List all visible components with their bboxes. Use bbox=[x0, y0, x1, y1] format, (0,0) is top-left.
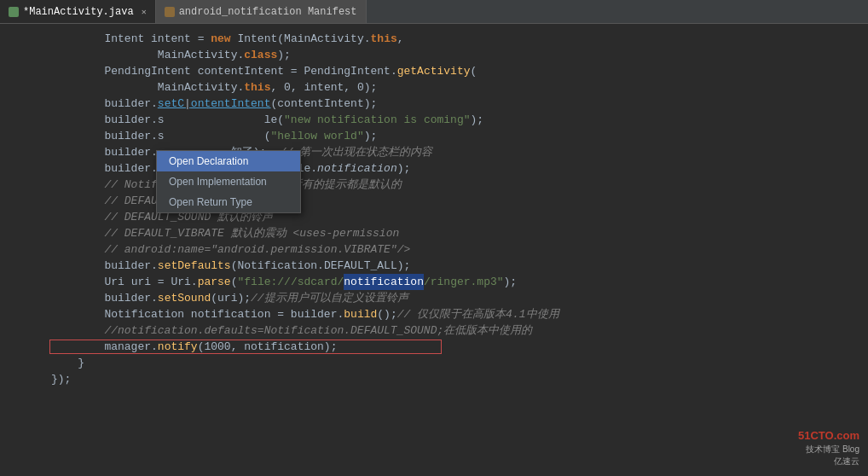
code-line-4: MainActivity.this, 0, intent, 0); bbox=[0, 79, 868, 96]
watermark: 51CTO.com 技术博宝 Blog 亿速云 bbox=[798, 428, 859, 467]
java-file-icon bbox=[9, 7, 19, 17]
code-line-5: builder.setC|ontentIntent(contentIntent)… bbox=[0, 96, 868, 112]
code-editor: Intent intent = new Intent(MainActivity.… bbox=[0, 24, 868, 476]
tab-close-icon[interactable]: ✕ bbox=[142, 7, 147, 17]
watermark-site: 51CTO.com bbox=[798, 428, 859, 444]
code-line-15: builder.setDefaults(Notification.DEFAULT… bbox=[0, 258, 868, 274]
context-menu-item-open-implementation[interactable]: Open Implementation bbox=[157, 171, 300, 192]
code-line-10: // Notification.DEFAULT_ALL 所有的提示都是默认的 bbox=[0, 177, 868, 193]
tab-manifest[interactable]: android_notification Manifest bbox=[156, 0, 367, 23]
code-line-22: }); bbox=[0, 371, 868, 387]
code-line-14: // android:name="android.permission.VIBR… bbox=[0, 241, 868, 258]
context-menu[interactable]: Open Declaration Open Implementation Ope… bbox=[156, 150, 301, 213]
tab-manifest-label: android_notification Manifest bbox=[179, 6, 357, 18]
tab-bar: *MainActivity.java ✕ android_notificatio… bbox=[0, 0, 868, 24]
context-menu-item-open-return-type[interactable]: Open Return Type bbox=[157, 192, 300, 212]
code-line-17: builder.setSound(uri);//提示用户可以自定义设置铃声 bbox=[0, 290, 868, 306]
manifest-file-icon bbox=[165, 7, 175, 17]
code-line-9: builder.setSmallIcon(R.drawable.notifica… bbox=[0, 160, 868, 177]
tab-main-activity[interactable]: *MainActivity.java ✕ bbox=[0, 0, 156, 23]
watermark-line1: 技术博宝 Blog bbox=[798, 444, 859, 456]
code-line-1: Intent intent = new Intent(MainActivity.… bbox=[0, 31, 868, 47]
code-line-16: Uri uri = Uri.parse("file:///sdcard/noti… bbox=[0, 274, 868, 290]
watermark-line2: 亿速云 bbox=[798, 456, 859, 467]
tab-main-activity-label: *MainActivity.java bbox=[23, 6, 134, 18]
code-line-7: builder.s ("hellow world"); bbox=[0, 128, 868, 144]
code-line-13: // DEFAULT_VIBRATE 默认的震动 <uses-permissio… bbox=[0, 225, 868, 241]
code-line-2: MainActivity.class); bbox=[0, 47, 868, 63]
code-line-3: PendingIntent contentIntent = PendingInt… bbox=[0, 63, 868, 79]
context-menu-item-open-declaration[interactable]: Open Declaration bbox=[157, 151, 300, 171]
code-line-21: } bbox=[0, 355, 868, 371]
code-line-6: builder.s le("new notification is coming… bbox=[0, 112, 868, 128]
code-line-18: Notification notification = builder.buil… bbox=[0, 306, 868, 322]
code-line-11: // DEFAULT_LIGHTS 默认闪光 bbox=[0, 193, 868, 209]
code-line-8: builder. 知了); // 第一次出现在状态栏的内容 bbox=[0, 144, 868, 160]
code-line-20: manager.notify(1000, notification); bbox=[0, 339, 868, 355]
code-line-19: //notification.defaults=Notification.DEF… bbox=[0, 322, 868, 339]
code-line-12: // DEFAULT_SOUND 默认的铃声 bbox=[0, 209, 868, 225]
